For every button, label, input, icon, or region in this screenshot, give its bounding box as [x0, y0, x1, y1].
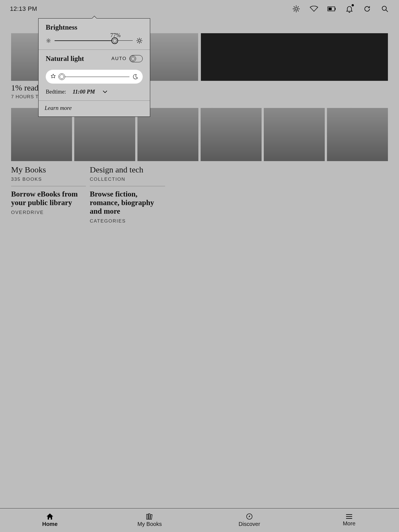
sun-outline-icon — [50, 74, 56, 80]
tile-title: My Books — [11, 165, 46, 174]
bedtime-row[interactable]: Bedtime: 11:00 PM — [46, 89, 143, 95]
divider — [90, 186, 165, 186]
svg-line-19 — [47, 39, 48, 40]
bedtime-label: Bedtime: — [46, 89, 66, 95]
bedtime-value: 11:00 PM — [73, 89, 95, 95]
learn-more-link[interactable]: Learn more — [39, 101, 150, 117]
link-subtitle: CATEGORIES — [90, 218, 165, 224]
sun-large-icon — [136, 37, 143, 44]
collection-tile[interactable]: Design and tech COLLECTION — [90, 165, 143, 182]
tile-title: Design and tech — [90, 165, 143, 174]
svg-line-31 — [141, 39, 141, 39]
tile-subtitle: 335 BOOKS — [11, 177, 46, 182]
brightness-slider[interactable]: 77% — [46, 37, 143, 44]
book-cover[interactable] — [201, 108, 262, 161]
svg-line-21 — [47, 42, 48, 42]
svg-line-28 — [137, 39, 138, 39]
svg-line-22 — [50, 39, 50, 40]
svg-point-14 — [48, 40, 49, 42]
brightness-section: Brightness 77% — [39, 19, 150, 50]
link-title: Borrow eBooks from your public library — [11, 190, 86, 207]
brightness-value: 77% — [110, 32, 121, 38]
brightness-heading: Brightness — [46, 24, 143, 31]
slider-track[interactable] — [60, 77, 129, 77]
book-cover[interactable] — [264, 108, 266, 161]
natural-light-slider[interactable] — [46, 70, 143, 84]
svg-marker-32 — [51, 74, 55, 78]
clock: 12:13 PM — [10, 5, 37, 12]
brightness-popover: Brightness 77% Natural light AUTO — [38, 18, 150, 117]
categories-link[interactable]: Browse fiction, romance, biography and m… — [90, 190, 165, 224]
natural-light-section: Natural light AUTO Bedtime: 11:00 PM — [39, 50, 150, 101]
svg-point-23 — [138, 40, 140, 42]
svg-line-29 — [141, 42, 141, 43]
learn-more-label: Learn more — [45, 105, 72, 111]
auto-toggle[interactable] — [129, 55, 143, 62]
svg-line-30 — [137, 42, 138, 43]
moon-icon — [133, 74, 138, 79]
link-subtitle: OVERDRIVE — [11, 210, 86, 215]
toggle-knob — [130, 56, 136, 62]
slider-thumb[interactable] — [58, 73, 65, 80]
auto-label: AUTO — [111, 56, 127, 61]
slider-track[interactable]: 77% — [55, 40, 133, 41]
overdrive-link[interactable]: Borrow eBooks from your public library O… — [11, 190, 86, 215]
tile-subtitle: COLLECTION — [90, 177, 143, 182]
my-books-tile[interactable]: My Books 335 BOOKS — [11, 165, 46, 182]
svg-line-20 — [50, 42, 50, 42]
book-cover[interactable] — [201, 33, 266, 81]
status-bar: 12:13 PM — [0, 0, 266, 18]
chevron-down-icon — [103, 91, 107, 93]
link-title: Browse fiction, romance, biography and m… — [90, 190, 165, 216]
divider — [11, 186, 86, 186]
natural-light-heading: Natural light — [46, 55, 84, 63]
sun-small-icon — [46, 38, 51, 43]
